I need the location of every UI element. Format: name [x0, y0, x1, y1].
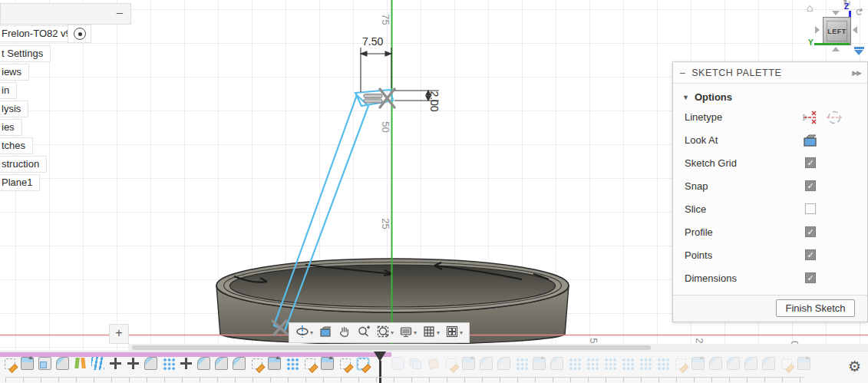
viewcube-arrow-down-icon[interactable] [832, 11, 840, 15]
timeline-feature-fillet[interactable] [197, 357, 210, 370]
layout-grid-button[interactable]: ▾ [421, 324, 441, 342]
timeline-feature-sketch[interactable] [5, 358, 15, 369]
timeline-feature-extrude[interactable] [21, 357, 34, 370]
timeline-feature-fillet[interactable] [550, 357, 563, 370]
timeline-feature-coil[interactable] [91, 357, 104, 370]
viewcube-arrow-up-icon[interactable] [832, 47, 840, 51]
timeline-feature-decal[interactable] [427, 358, 438, 368]
orbit-button[interactable]: ▾ [294, 324, 315, 342]
timeline-feature-move[interactable] [127, 357, 140, 370]
timeline-feature-sketch[interactable] [781, 358, 792, 369]
centerline-circle-icon[interactable] [826, 109, 843, 126]
browser-item[interactable]: iews [0, 64, 28, 80]
timeline-playhead-marker[interactable] [374, 357, 387, 378]
timeline-feature-circular-pattern[interactable] [586, 357, 599, 370]
timeline-feature-extrude[interactable] [691, 357, 705, 370]
timeline-feature-circular-pattern[interactable] [621, 357, 634, 370]
browser-expand-button[interactable]: + [109, 324, 129, 344]
timeline-feature-sketch[interactable] [252, 358, 262, 369]
sketch-profile-lines[interactable] [274, 90, 393, 331]
browser-document-title[interactable]: Frelon-TO82 v9 [0, 26, 78, 41]
look-at-button[interactable] [317, 324, 334, 342]
timeline-feature-circular-pattern[interactable] [603, 357, 616, 370]
timeline-feature-fillet[interactable] [762, 357, 775, 370]
timeline-feature-circular-pattern[interactable] [162, 357, 175, 370]
timeline-feature-extrude[interactable] [462, 357, 475, 370]
chevron-down-icon[interactable]: ▾ [437, 329, 440, 336]
browser-activate-radio[interactable] [68, 25, 91, 42]
timeline-feature-fillet[interactable] [144, 357, 157, 370]
timeline-feature-extrude[interactable] [533, 357, 546, 370]
timeline-feature-fillet[interactable] [709, 357, 722, 370]
browser-item[interactable]: t Settings [0, 46, 50, 61]
browser-item[interactable]: lysis [0, 101, 28, 117]
viewcube-rotate-icon[interactable]: ↻ [853, 7, 866, 17]
dimensions-checkbox[interactable]: ✓ [805, 272, 816, 283]
timeline-feature-sketch[interactable] [446, 358, 457, 369]
snap-checkbox[interactable]: ✓ [805, 180, 816, 191]
browser-item[interactable]: ies [0, 120, 21, 135]
timeline-feature-move[interactable] [109, 357, 122, 370]
zoom-button[interactable] [355, 324, 372, 342]
timeline-scrollbar-track[interactable] [128, 344, 868, 351]
browser-collapse-button[interactable]: – [117, 5, 123, 18]
viewports-button[interactable]: ▾ [444, 324, 464, 342]
viewcube-arrow-left-icon[interactable] [853, 26, 857, 34]
timeline-feature-mirror[interactable] [74, 357, 87, 370]
pan-button[interactable] [336, 324, 353, 342]
browser-item[interactable]: struction [0, 157, 46, 172]
timeline-feature-sketch[interactable] [675, 358, 686, 369]
timeline-scrollbar-thumb[interactable] [132, 345, 651, 350]
construction-line-icon[interactable] [802, 109, 819, 126]
browser-item[interactable]: Plane1 [0, 175, 39, 190]
timeline-feature-fillet[interactable] [744, 357, 757, 370]
profile-checkbox[interactable]: ✓ [805, 226, 816, 237]
window-zoom-button[interactable]: ▾ [375, 324, 395, 342]
timeline-feature-sketch[interactable] [358, 358, 368, 369]
options-section-header[interactable]: ▼ Options [673, 84, 867, 106]
timeline-feature-circular-pattern[interactable] [515, 357, 528, 370]
timeline-feature-sketch[interactable] [340, 358, 351, 369]
dimension-width-label[interactable]: 7.50 [362, 35, 383, 48]
timeline-feature-form[interactable] [391, 357, 404, 370]
sketch-grid-checkbox[interactable]: ✓ [805, 157, 816, 168]
points-checkbox[interactable]: ✓ [805, 249, 816, 260]
dimension-height-label[interactable]: 2.00 [428, 84, 441, 118]
chevron-down-icon[interactable]: ▾ [310, 329, 313, 336]
timeline-feature-extrude[interactable] [268, 357, 281, 370]
timeline-feature-move[interactable] [180, 357, 193, 370]
viewcube-face-left[interactable]: LEFT [823, 17, 851, 45]
viewcube-arrow-right-icon[interactable] [815, 26, 820, 34]
timeline-feature-circular-pattern[interactable] [656, 357, 669, 370]
timeline-feature-circular-pattern[interactable] [639, 357, 652, 370]
timeline-feature-sketch[interactable] [305, 358, 315, 369]
browser-item[interactable]: tches [0, 138, 32, 154]
chevron-down-icon[interactable]: ▾ [460, 329, 463, 336]
chevron-down-icon[interactable]: ▾ [391, 329, 394, 336]
palette-option-label: Linetype [685, 111, 722, 123]
viewcube-home-icon[interactable]: ⌂ [807, 2, 813, 14]
timeline-feature-box[interactable] [38, 357, 51, 370]
timeline-feature-combine[interactable] [409, 357, 422, 370]
timeline-feature-extrude[interactable] [321, 357, 334, 370]
timeline-feature-extrude[interactable] [797, 357, 810, 370]
timeline-feature-fillet[interactable] [727, 357, 740, 370]
slice-checkbox[interactable] [805, 203, 816, 214]
palette-dock-icon[interactable]: ▶▶ [852, 69, 861, 77]
browser-item[interactable]: in [0, 83, 16, 98]
gear-icon[interactable]: ⚙ [848, 358, 861, 375]
timeline-feature-fillet[interactable] [215, 357, 228, 370]
timeline-feature-circular-pattern[interactable] [568, 357, 581, 370]
timeline-feature-fillet[interactable] [497, 357, 510, 370]
timeline-feature-fillet[interactable] [56, 357, 69, 370]
palette-collapse-button[interactable]: − [679, 67, 685, 79]
timeline-feature-fillet[interactable] [480, 357, 493, 370]
look-at-icon[interactable] [802, 132, 819, 149]
filter-icon[interactable] [854, 47, 864, 55]
finish-sketch-button[interactable]: Finish Sketch [776, 299, 855, 317]
chevron-down-icon[interactable]: ▾ [414, 329, 417, 336]
vertical-ruler-label: 75 [380, 8, 391, 31]
timeline-feature-circular-pattern[interactable] [285, 357, 299, 370]
timeline-feature-fillet[interactable] [233, 357, 246, 370]
display-settings-button[interactable]: ▾ [398, 324, 418, 342]
